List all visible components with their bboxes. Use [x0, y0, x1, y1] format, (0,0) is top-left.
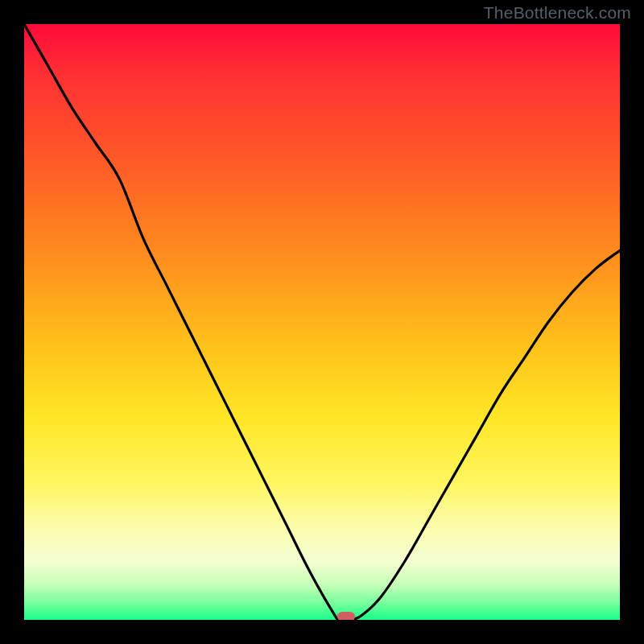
chart-frame: TheBottleneck.com	[0, 0, 644, 644]
optimal-point-marker	[337, 612, 355, 620]
plot-area	[24, 24, 620, 620]
bottleneck-curve	[24, 24, 620, 620]
watermark-text: TheBottleneck.com	[484, 3, 631, 23]
